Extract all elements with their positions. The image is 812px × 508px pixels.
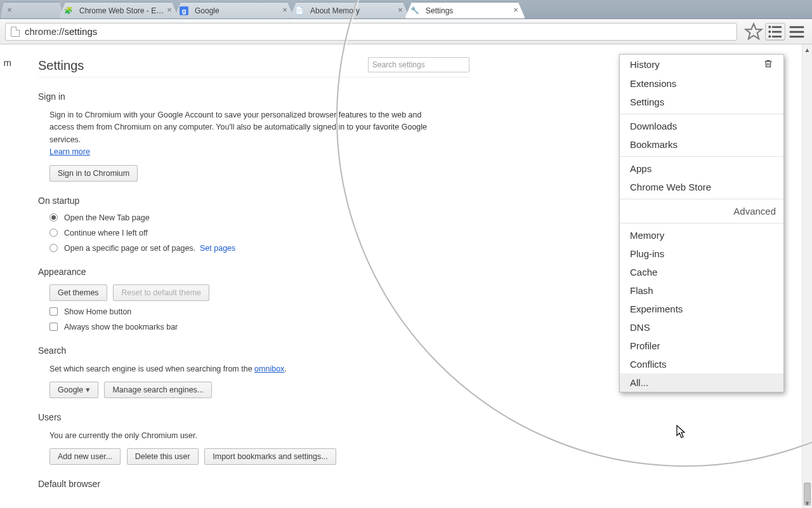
svg-rect-6 [772, 36, 782, 37]
radio-icon[interactable] [49, 229, 58, 237]
menu-item[interactable]: DNS [620, 318, 783, 337]
google-icon: g [180, 6, 188, 15]
section-startup: On startup Open the New Tab page Continu… [38, 196, 469, 253]
scroll-down-icon[interactable]: ▼ [802, 498, 812, 508]
radio-icon[interactable] [49, 244, 58, 252]
checkbox-icon[interactable] [49, 323, 58, 331]
svg-rect-4 [772, 30, 782, 32]
section-body: Sign in to Chromium with your Google Acc… [49, 109, 443, 159]
svg-point-5 [768, 35, 771, 37]
webstore-icon: 🧩 [64, 6, 73, 15]
menu-separator [620, 199, 783, 199]
menu-item[interactable]: Settings [620, 93, 783, 111]
menu-item[interactable]: Cache [620, 263, 783, 281]
browser-toolbar: chrome://settings [0, 19, 812, 44]
menu-item[interactable]: Profiler [620, 337, 783, 355]
list-icon[interactable] [765, 23, 785, 41]
section-signin: Sign in Sign in to Chromium with your Go… [38, 91, 469, 182]
menu-item[interactable]: Experiments [620, 300, 783, 318]
radio-option[interactable]: Open the New Tab page [49, 213, 469, 222]
signin-button[interactable]: Sign in to Chromium [49, 165, 138, 182]
menu-item[interactable]: Apps [620, 159, 783, 178]
checkbox-icon[interactable] [49, 307, 58, 316]
checkbox-option[interactable]: Always show the bookmarks bar [49, 323, 469, 331]
star-icon[interactable] [743, 23, 764, 41]
menu-advanced-label: Advanced [620, 202, 783, 220]
search-input[interactable]: Search settings [368, 57, 469, 72]
close-icon[interactable]: × [396, 7, 404, 15]
scroll-up-icon[interactable]: ▲ [802, 44, 812, 55]
section-heading: On startup [38, 196, 469, 206]
section-heading: Default browser [38, 479, 469, 489]
document-icon: 📄 [295, 6, 304, 15]
menu-item[interactable]: Downloads [620, 117, 783, 135]
section-users: Users You are currently the only Chromiu… [38, 412, 469, 465]
reset-theme-button[interactable]: Reset to default theme [113, 284, 209, 301]
settings-content: Settings Search settings Sign in Sign in… [13, 44, 495, 508]
manage-engines-button[interactable]: Manage search engines... [104, 382, 212, 398]
add-user-button[interactable]: Add new user... [49, 448, 121, 465]
vertical-scrollbar[interactable]: ▲ ▼ [802, 44, 812, 508]
close-icon[interactable]: × [166, 7, 173, 15]
extension-menu-popup: HistoryExtensionsSettingsDownloadsBookma… [619, 54, 784, 392]
page-icon [11, 27, 20, 37]
tab-title: Google [195, 6, 281, 15]
section-heading: Sign in [38, 91, 469, 102]
tab-title: Settings [426, 6, 512, 15]
url-scheme: chrome:// [25, 26, 65, 37]
omnibox-link[interactable]: omnibox [254, 364, 284, 373]
browser-tab[interactable]: × [0, 2, 63, 18]
cursor-icon [674, 424, 687, 439]
tab-title: Chrome Web Store - Exten [79, 6, 166, 15]
tab-title: About Memory [310, 6, 396, 15]
menu-separator [620, 223, 783, 224]
browser-tab[interactable]: 🧩 Chrome Web Store - Exten × [58, 2, 179, 18]
svg-rect-9 [790, 36, 804, 37]
section-heading: Appearance [38, 267, 469, 277]
tab-strip: × 🧩 Chrome Web Store - Exten × g Google … [0, 0, 812, 19]
learn-more-link[interactable]: Learn more [49, 147, 90, 156]
page-title: Settings Search settings [38, 58, 469, 77]
menu-item[interactable]: Bookmarks [620, 135, 783, 154]
import-button[interactable]: Import bookmarks and settings... [204, 448, 336, 465]
menu-item[interactable]: Chrome Web Store [620, 178, 783, 196]
section-heading: Search [38, 345, 469, 356]
url-path: settings [65, 26, 98, 37]
radio-option[interactable]: Open a specific page or set of pages. Se… [49, 244, 469, 253]
section-default-browser: Default browser [38, 479, 469, 489]
menu-item[interactable]: Plug-ins [620, 244, 783, 263]
menu-item[interactable]: Conflicts [620, 355, 783, 373]
close-icon[interactable]: × [512, 7, 520, 15]
section-heading: Users [38, 412, 469, 422]
svg-point-3 [768, 30, 771, 33]
browser-tab[interactable]: g Google × [174, 2, 294, 18]
section-search: Search Set which search engine is used w… [38, 345, 469, 398]
menu-item[interactable]: All... [620, 373, 783, 392]
close-icon[interactable]: × [6, 7, 13, 15]
set-pages-link[interactable]: Set pages [200, 244, 235, 253]
menu-item[interactable]: Extensions [620, 74, 783, 93]
menu-separator [620, 114, 783, 114]
browser-tab-active[interactable]: 🔧 Settings × [405, 2, 525, 18]
radio-option[interactable]: Continue where I left off [49, 229, 469, 237]
browser-tab[interactable]: 📄 About Memory × [289, 2, 410, 18]
delete-user-button[interactable]: Delete this user [127, 448, 199, 465]
menu-item[interactable]: Flash [620, 281, 783, 300]
menu-item[interactable]: Memory [620, 226, 783, 244]
menu-icon[interactable] [787, 23, 807, 41]
search-engine-dropdown[interactable]: Google [49, 382, 98, 398]
section-body: Set which search engine is used when sea… [49, 363, 443, 375]
menu-item[interactable]: History [620, 55, 783, 74]
trash-icon[interactable] [763, 58, 773, 70]
checkbox-option[interactable]: Show Home button [49, 307, 469, 316]
get-themes-button[interactable]: Get themes [49, 284, 107, 301]
section-appearance: Appearance Get themes Reset to default t… [38, 267, 469, 331]
svg-point-1 [768, 25, 771, 28]
menu-separator [620, 156, 783, 157]
svg-rect-7 [790, 26, 804, 28]
radio-icon[interactable] [49, 213, 58, 222]
svg-marker-0 [746, 23, 762, 39]
close-icon[interactable]: × [281, 7, 289, 15]
wrench-icon: 🔧 [410, 6, 419, 15]
omnibox[interactable]: chrome://settings [5, 23, 737, 41]
